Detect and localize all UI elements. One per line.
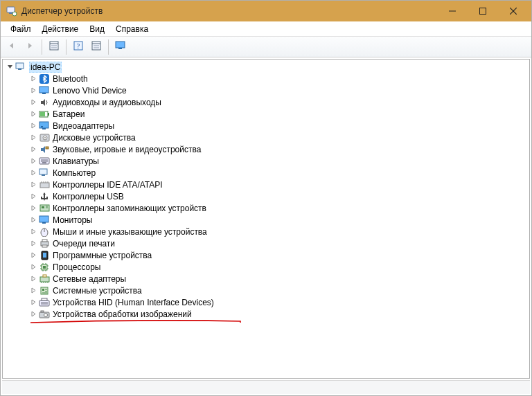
svg-rect-49: [39, 216, 48, 222]
svg-rect-20: [18, 69, 21, 70]
svg-rect-29: [41, 126, 43, 127]
toolbar-show-hidden-button[interactable]: [112, 39, 129, 55]
expand-icon[interactable]: [29, 98, 37, 107]
ide-icon: [39, 179, 50, 190]
menubar: Файл Действие Вид Справка: [1, 21, 531, 37]
expand-icon[interactable]: [29, 169, 37, 177]
network-icon: [39, 273, 50, 285]
system-icon: [39, 285, 50, 296]
svg-rect-23: [42, 93, 46, 94]
annotation-underline: [30, 320, 242, 324]
tree-item[interactable]: Устройства обработки изображений: [6, 308, 528, 320]
tree-item[interactable]: Системные устройства: [6, 285, 528, 296]
svg-rect-39: [42, 174, 45, 176]
expand-icon[interactable]: [29, 287, 37, 295]
tree-item[interactable]: Очереди печати: [6, 237, 528, 249]
tree-item[interactable]: Устройства HID (Human Interface Devices): [6, 296, 528, 308]
tree-item[interactable]: Контроллеры USB: [6, 190, 528, 202]
tree-item[interactable]: Сетевые адаптеры: [6, 273, 528, 285]
minimize-button[interactable]: [437, 1, 468, 21]
computer-icon: [15, 62, 26, 73]
tree-item-label: Звуковые, игровые и видеоустройства: [53, 145, 201, 154]
svg-rect-69: [43, 275, 46, 277]
tree-item[interactable]: Контроллеры запоминающих устройств: [6, 202, 528, 214]
menu-file[interactable]: Файл: [5, 23, 37, 35]
expand-icon[interactable]: [29, 75, 37, 83]
window-controls: [437, 1, 529, 21]
expand-icon[interactable]: [29, 216, 37, 224]
tree-item-label: Программные устройства: [53, 251, 152, 260]
audio-icon: [39, 97, 50, 108]
toolbar-scan-button[interactable]: [88, 39, 105, 55]
usb-icon: [39, 191, 50, 202]
svg-rect-38: [39, 169, 47, 174]
tree-item-label: Устройства HID (Human Interface Devices): [53, 298, 214, 307]
tree-item[interactable]: Клавиатуры: [6, 155, 528, 167]
software-device-icon: [39, 250, 50, 261]
expand-icon[interactable]: [29, 192, 37, 201]
svg-rect-46: [42, 206, 44, 208]
toolbar-properties-button[interactable]: [46, 39, 62, 55]
monitor-icon: [39, 85, 50, 96]
expand-icon[interactable]: [29, 263, 37, 271]
expand-icon[interactable]: [29, 310, 37, 318]
svg-point-2: [12, 12, 17, 16]
expand-icon[interactable]: [29, 145, 37, 154]
expand-icon[interactable]: [29, 157, 37, 165]
expand-icon[interactable]: [29, 228, 37, 236]
tree-item-label: Lenovo Vhid Device: [53, 86, 127, 96]
menu-action[interactable]: Действие: [37, 23, 85, 35]
tree-item[interactable]: Процессоры: [6, 261, 528, 273]
maximize-button[interactable]: [468, 1, 498, 21]
svg-rect-1: [9, 12, 12, 14]
tree-item[interactable]: Компьютер: [6, 167, 528, 179]
svg-rect-45: [40, 205, 49, 211]
toolbar-back-button[interactable]: [3, 39, 20, 55]
tree-item[interactable]: Батареи: [6, 108, 528, 120]
expand-icon[interactable]: [29, 134, 37, 142]
tree-item-label: Сетевые адаптеры: [53, 274, 126, 284]
tree-item[interactable]: Мониторы: [6, 214, 528, 226]
tree-item-label: Дисковые устройства: [53, 133, 136, 143]
disk-icon: [39, 132, 50, 143]
expand-icon[interactable]: [29, 110, 37, 118]
svg-rect-17: [116, 42, 125, 48]
tree-item[interactable]: Lenovo Vhid Device: [6, 84, 528, 96]
tree-item[interactable]: Bluetooth: [6, 73, 528, 84]
tree-item[interactable]: Программные устройства: [6, 249, 528, 261]
expand-icon[interactable]: [29, 251, 37, 260]
keyboard-icon: [39, 156, 50, 167]
menu-help[interactable]: Справка: [110, 23, 154, 35]
arrow-left-icon: [7, 41, 17, 53]
svg-rect-28: [42, 128, 46, 129]
expand-icon[interactable]: [29, 87, 37, 95]
tree-item[interactable]: Мыши и иные указывающие устройства: [6, 226, 528, 237]
svg-point-32: [44, 137, 46, 138]
tree-item[interactable]: Аудиовходы и аудиовыходы: [6, 96, 528, 108]
tree-item[interactable]: Дисковые устройства: [6, 132, 528, 143]
svg-rect-4: [480, 8, 486, 15]
toolbar-help-button[interactable]: ?: [70, 39, 87, 55]
device-manager-window: Диспетчер устройств Файл Действие Вид Сп…: [0, 0, 532, 396]
expand-icon[interactable]: [29, 204, 37, 213]
collapse-icon[interactable]: [6, 63, 14, 71]
hid-icon: [39, 297, 50, 308]
monitor-icon: [39, 215, 50, 226]
device-tree[interactable]: idea-PC BluetoothLenovo Vhid DeviceАудио…: [2, 59, 530, 379]
svg-rect-50: [42, 222, 46, 224]
tree-root[interactable]: idea-PC: [6, 61, 528, 73]
expand-icon[interactable]: [29, 298, 37, 307]
expand-icon[interactable]: [29, 240, 37, 248]
tree-item-label: Компьютер: [53, 168, 96, 178]
close-button[interactable]: [498, 1, 529, 21]
menu-view[interactable]: Вид: [84, 23, 110, 35]
toolbar-forward-button[interactable]: [21, 39, 38, 55]
content-area: idea-PC BluetoothLenovo Vhid DeviceАудио…: [1, 57, 531, 395]
tree-item[interactable]: Видеоадаптеры: [6, 120, 528, 132]
tree-item[interactable]: Контроллеры IDE ATA/ATAPI: [6, 179, 528, 190]
expand-icon[interactable]: [29, 275, 37, 283]
expand-icon[interactable]: [29, 122, 37, 130]
expand-icon[interactable]: [29, 181, 37, 189]
tree-item[interactable]: Звуковые, игровые и видеоустройства: [6, 143, 528, 155]
bluetooth-icon: [39, 73, 50, 84]
